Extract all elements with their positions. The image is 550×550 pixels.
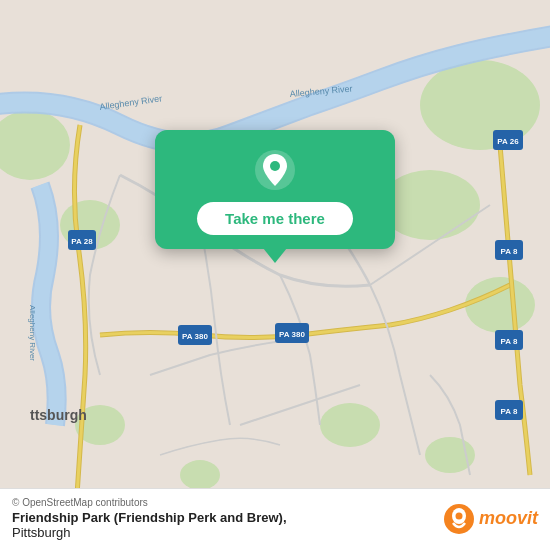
- svg-point-5: [465, 277, 535, 333]
- svg-text:PA 8: PA 8: [501, 407, 518, 416]
- info-bar: © OpenStreetMap contributors Friendship …: [0, 488, 550, 550]
- location-name: Friendship Park (Friendship Perk and Bre…: [12, 510, 287, 525]
- svg-text:Allegheny River: Allegheny River: [28, 305, 37, 361]
- moovit-brand-text: moovit: [479, 508, 538, 529]
- map-attribution: © OpenStreetMap contributors: [12, 497, 287, 508]
- moovit-logo: moovit: [443, 503, 538, 535]
- moovit-icon: [443, 503, 475, 535]
- svg-point-31: [270, 161, 280, 171]
- svg-point-8: [180, 460, 220, 490]
- svg-text:PA 8: PA 8: [501, 337, 518, 346]
- svg-point-4: [380, 170, 480, 240]
- location-pin-icon: [253, 148, 297, 192]
- popup-card: Take me there: [155, 130, 395, 249]
- map-container: Allegheny River Allegheny River Alleghen…: [0, 0, 550, 550]
- map-background: Allegheny River Allegheny River Alleghen…: [0, 0, 550, 550]
- svg-point-9: [425, 437, 475, 473]
- svg-text:ttsburgh: ttsburgh: [30, 407, 87, 423]
- svg-text:PA 8: PA 8: [501, 247, 518, 256]
- svg-point-6: [320, 403, 380, 447]
- location-info: © OpenStreetMap contributors Friendship …: [12, 497, 287, 540]
- svg-text:PA 380: PA 380: [182, 332, 208, 341]
- svg-point-34: [455, 512, 462, 519]
- location-city: Pittsburgh: [12, 525, 287, 540]
- svg-text:PA 380: PA 380: [279, 330, 305, 339]
- take-me-there-button[interactable]: Take me there: [197, 202, 353, 235]
- svg-text:PA 26: PA 26: [497, 137, 519, 146]
- svg-text:PA 28: PA 28: [71, 237, 93, 246]
